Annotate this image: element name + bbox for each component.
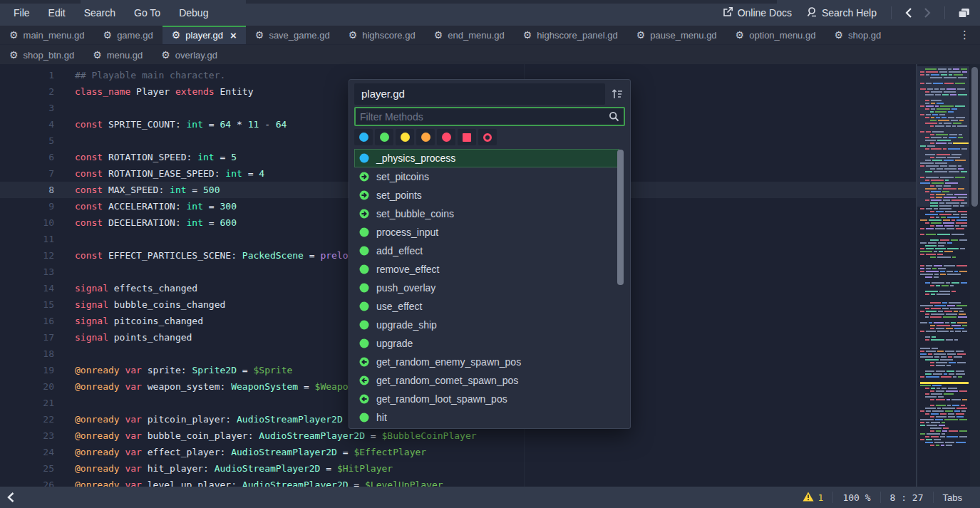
tab-player.gd[interactable]: ⚙player.gd× bbox=[163, 26, 246, 44]
method-item-hit[interactable]: hit bbox=[354, 408, 619, 427]
red-filter[interactable] bbox=[437, 129, 455, 145]
method-list-scrollbar[interactable] bbox=[617, 149, 624, 428]
tab-overflow-menu[interactable]: ⋮ bbox=[949, 26, 980, 44]
tab-save_game.gd[interactable]: ⚙save_game.gd bbox=[246, 26, 339, 44]
line-number: 3 bbox=[0, 100, 54, 116]
method-item-push_overlay[interactable]: push_overlay bbox=[354, 279, 619, 297]
tab-main_menu.gd[interactable]: ⚙main_menu.gd bbox=[0, 26, 94, 44]
method-item-set_pitcoins[interactable]: set_pitcoins bbox=[354, 167, 619, 186]
menu-edit[interactable]: Edit bbox=[39, 3, 75, 23]
code-line-23[interactable]: 23@onready var bubble_coin_player: Audio… bbox=[0, 427, 916, 444]
code-line-26[interactable]: 26@onready var level_up_player: AudioStr… bbox=[0, 477, 916, 487]
script-tab-bar-row1: ⚙main_menu.gd⚙game.gd⚙player.gd×⚙save_ga… bbox=[0, 26, 980, 44]
method-list-scrollbar-thumb[interactable] bbox=[617, 150, 624, 285]
line-number: 17 bbox=[0, 329, 54, 346]
tab-label: overlay.gd bbox=[175, 50, 217, 61]
method-item-get_random_comet_spawn_pos[interactable]: get_random_comet_spawn_pos bbox=[354, 371, 619, 390]
online-docs-label: Online Docs bbox=[738, 7, 792, 19]
search-help-button[interactable]: Search Help bbox=[802, 4, 881, 23]
editor-scrollbar[interactable] bbox=[970, 64, 980, 487]
code-text: signal pitcoins_changed bbox=[75, 313, 203, 329]
red-ring-filter[interactable] bbox=[478, 129, 497, 145]
script-icon: ⚙ bbox=[255, 30, 264, 40]
method-item-use_effect[interactable]: use_effect bbox=[354, 297, 619, 316]
circle-icon bbox=[380, 133, 389, 142]
line-number: 15 bbox=[0, 296, 54, 313]
menu-go-to[interactable]: Go To bbox=[125, 3, 170, 23]
sort-methods-button[interactable] bbox=[609, 88, 625, 100]
setter-method-icon bbox=[359, 190, 369, 200]
tab-shop.gd[interactable]: ⚙shop.gd bbox=[825, 26, 890, 44]
toggle-scripts-panel-button[interactable] bbox=[0, 491, 16, 504]
code-text: @onready var pitcoin_player: AudioStream… bbox=[75, 411, 343, 427]
code-text: const ROTATION_EASE_SPEED: int = 4 bbox=[75, 165, 264, 182]
method-item-get_random_enemy_spawn_pos[interactable]: get_random_enemy_spawn_pos bbox=[354, 353, 619, 371]
ring-icon bbox=[483, 133, 492, 142]
line-number: 25 bbox=[0, 460, 54, 477]
line-number: 13 bbox=[0, 264, 54, 280]
script-icon: ⚙ bbox=[523, 30, 532, 40]
menu-search[interactable]: Search bbox=[75, 3, 125, 23]
history-forward-button[interactable] bbox=[921, 6, 934, 20]
code-text: const DECELERATION: int = 600 bbox=[75, 214, 237, 231]
tab-end_menu.gd[interactable]: ⚙end_menu.gd bbox=[425, 26, 514, 44]
popup-header: player.gd bbox=[354, 83, 625, 105]
method-name: get_random_loot_spawn_pos bbox=[376, 393, 507, 405]
method-item-set_bubble_coins[interactable]: set_bubble_coins bbox=[354, 204, 619, 223]
script-icon: ⚙ bbox=[161, 50, 170, 60]
method-item-set_points[interactable]: set_points bbox=[354, 186, 619, 204]
method-list: _physics_processset_pitcoinsset_pointsse… bbox=[354, 149, 625, 428]
circle-icon bbox=[421, 133, 430, 142]
tab-shop_btn.gd[interactable]: ⚙shop_btn.gd bbox=[0, 45, 83, 65]
filter-methods-field[interactable] bbox=[354, 107, 625, 126]
code-text: const MAX_SPEED: int = 500 bbox=[75, 182, 220, 198]
methods-filter[interactable] bbox=[375, 129, 393, 145]
godot-script-editor-window: FileEditSearchGo ToDebug Online Docs Sea… bbox=[0, 0, 980, 508]
virtual-methods-filter[interactable] bbox=[354, 129, 373, 145]
menu-debug[interactable]: Debug bbox=[170, 3, 217, 23]
tab-pause_menu.gd[interactable]: ⚙pause_menu.gd bbox=[627, 26, 726, 44]
code-text: @onready var sprite: Sprite2D = $Sprite bbox=[75, 362, 292, 378]
history-back-button[interactable] bbox=[902, 6, 915, 20]
tab-overlay.gd[interactable]: ⚙overlay.gd bbox=[152, 45, 227, 65]
code-minimap[interactable] bbox=[917, 64, 969, 487]
method-name: _physics_process bbox=[376, 152, 455, 164]
orange-filter[interactable] bbox=[416, 129, 435, 145]
yellow-filter[interactable] bbox=[396, 129, 414, 145]
code-text: class_name Player extends Entity bbox=[75, 83, 254, 100]
method-item-_physics_process[interactable]: _physics_process bbox=[354, 149, 619, 167]
line-number: 23 bbox=[0, 427, 54, 444]
method-item-upgrade[interactable]: upgrade bbox=[354, 334, 619, 353]
line-number: 20 bbox=[0, 378, 54, 395]
red-square-filter[interactable] bbox=[458, 129, 476, 145]
method-item-upgrade_ship[interactable]: upgrade_ship bbox=[354, 316, 619, 334]
method-name: use_effect bbox=[376, 301, 422, 312]
tab-option_menu.gd[interactable]: ⚙option_menu.gd bbox=[726, 26, 825, 44]
method-name: remove_effect bbox=[376, 264, 439, 275]
code-line-25[interactable]: 25@onready var hit_player: AudioStreamPl… bbox=[0, 460, 916, 477]
menu-file[interactable]: File bbox=[4, 3, 39, 23]
method-item-process_input[interactable]: process_input bbox=[354, 223, 619, 242]
method-method-icon bbox=[359, 246, 369, 256]
editor-scrollbar-thumb[interactable] bbox=[971, 67, 978, 207]
filter-methods-input[interactable] bbox=[356, 111, 609, 123]
line-number: 8 bbox=[0, 182, 54, 198]
top-window-strip bbox=[246, 0, 777, 4]
method-item-remove_effect[interactable]: remove_effect bbox=[354, 260, 619, 279]
method-item-add_effect[interactable]: add_effect bbox=[354, 242, 619, 260]
tab-highscore_panel.gd[interactable]: ⚙highscore_panel.gd bbox=[514, 26, 627, 44]
online-docs-button[interactable]: Online Docs bbox=[718, 4, 796, 22]
tab-game.gd[interactable]: ⚙game.gd bbox=[94, 26, 163, 44]
tab-label: shop_btn.gd bbox=[24, 50, 75, 61]
method-name: hit bbox=[376, 412, 387, 423]
circle-icon bbox=[359, 133, 368, 142]
code-line-24[interactable]: 24@onready var effect_player: AudioStrea… bbox=[0, 444, 916, 460]
method-item-get_random_loot_spawn_pos[interactable]: get_random_loot_spawn_pos bbox=[354, 390, 619, 408]
script-icon: ⚙ bbox=[636, 30, 646, 40]
close-tab-icon[interactable]: × bbox=[230, 30, 237, 41]
status-bar: 1 100 % 8 : 27 Tabs bbox=[0, 487, 980, 508]
tab-highscore.gd[interactable]: ⚙highscore.gd bbox=[339, 26, 425, 44]
tab-menu.gd[interactable]: ⚙menu.gd bbox=[83, 45, 152, 65]
float-window-button[interactable] bbox=[955, 6, 973, 20]
warnings-indicator[interactable]: 1 bbox=[793, 492, 833, 504]
